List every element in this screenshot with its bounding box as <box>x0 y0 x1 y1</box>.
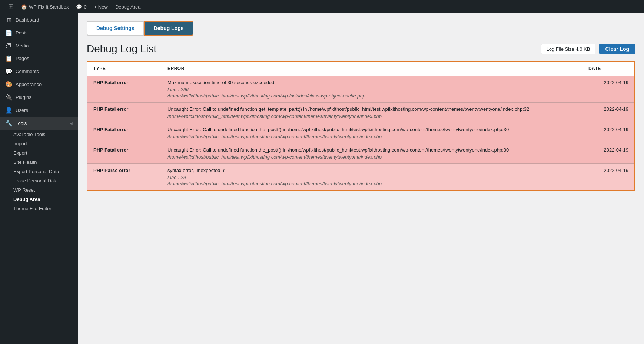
new-content-button[interactable]: + New <box>90 0 112 13</box>
sidebar-sub-wp-reset[interactable]: WP Reset <box>0 185 78 195</box>
sidebar: ⊞ Dashboard 📄 Posts 🖼 Media 📋 Pages 💬 Co… <box>0 13 78 344</box>
table-row: PHP Fatal errorUncaught Error: Call to u… <box>87 123 634 143</box>
sidebar-item-pages[interactable]: 📋 Pages <box>0 52 78 65</box>
tab-debug-settings[interactable]: Debug Settings <box>87 21 144 36</box>
table-row: PHP Fatal errorMaximum execution time of… <box>87 76 634 103</box>
sidebar-sub-export-personal[interactable]: Export Personal Data <box>0 167 78 176</box>
dashboard-icon: ⊞ <box>5 16 13 23</box>
debug-area-adminbar-label: Debug Area <box>115 4 141 10</box>
media-icon: 🖼 <box>5 42 13 49</box>
tabs-row: Debug Settings Debug Logs <box>87 21 635 36</box>
error-main-1: Uncaught Error: Call to undefined functi… <box>167 106 577 112</box>
tools-icon: 🔧 <box>5 120 13 127</box>
cell-type-1: PHP Fatal error <box>87 103 162 123</box>
table-row: PHP Fatal errorUncaught Error: Call to u… <box>87 143 634 164</box>
log-table-wrapper: TYPE ERROR DATE PHP Fatal errorMaximum e… <box>87 61 635 191</box>
admin-bar: ⊞ 🏠 WP Fix It Sandbox 💬 0 + New Debug Ar… <box>0 0 644 13</box>
sidebar-item-plugins[interactable]: 🔌 Plugins <box>0 91 78 104</box>
sidebar-label-plugins: Plugins <box>16 95 31 100</box>
site-name-button[interactable]: 🏠 WP Fix It Sandbox <box>17 0 72 13</box>
error-main-3: Uncaught Error: Call to undefined functi… <box>167 147 577 153</box>
comments-icon: 💬 <box>76 4 82 10</box>
col-header-type: TYPE <box>87 62 162 76</box>
comments-button[interactable]: 💬 0 <box>72 0 90 13</box>
col-header-error: ERROR <box>162 62 582 76</box>
error-main-0: Maximum execution time of 30 seconds exc… <box>167 80 577 85</box>
sidebar-label-tools: Tools <box>16 120 27 126</box>
sidebar-item-media[interactable]: 🖼 Media <box>0 39 78 52</box>
cell-type-4: PHP Parse error <box>87 164 162 191</box>
error-path-3: /home/wpfixithost/public_html/test.wpfix… <box>167 154 577 160</box>
page-title: Debug Log List <box>87 43 156 55</box>
table-row: PHP Parse errorsyntax error, unexpected … <box>87 164 634 191</box>
table-row: PHP Fatal errorUncaught Error: Call to u… <box>87 103 634 123</box>
wp-logo-button[interactable]: ⊞ <box>4 0 17 13</box>
sidebar-label-pages: Pages <box>16 56 29 61</box>
sidebar-sub-available-tools[interactable]: Available Tools <box>0 130 78 139</box>
cell-date-2: 2022-04-19 <box>582 123 634 143</box>
main-content: Debug Settings Debug Logs Debug Log List… <box>78 13 644 344</box>
sidebar-item-dashboard[interactable]: ⊞ Dashboard <box>0 13 78 26</box>
sidebar-label-users: Users <box>16 108 28 113</box>
col-header-date: DATE <box>582 62 634 76</box>
new-label: + New <box>94 4 108 10</box>
home-icon: 🏠 <box>21 4 27 10</box>
comments-count: 0 <box>84 4 86 10</box>
sidebar-item-appearance[interactable]: 🎨 Appearance <box>0 78 78 91</box>
cell-error-4: syntax error, unexpected ')'Line : 29/ho… <box>162 164 582 191</box>
sidebar-item-users[interactable]: 👤 Users <box>0 104 78 117</box>
cell-type-3: PHP Fatal error <box>87 143 162 164</box>
error-main-4: syntax error, unexpected ')' <box>167 168 577 173</box>
error-line-0: Line : 296 <box>167 87 577 92</box>
users-icon: 👤 <box>5 107 13 114</box>
sidebar-sub-site-health[interactable]: Site Health <box>0 158 78 167</box>
cell-error-2: Uncaught Error: Call to undefined functi… <box>162 123 582 143</box>
tools-collapse-arrow: ◀ <box>70 121 73 125</box>
error-path-1: /home/wpfixithost/public_html/test.wpfix… <box>167 113 577 119</box>
sidebar-sub-debug-area[interactable]: Debug Area <box>0 195 78 204</box>
wp-logo-icon: ⊞ <box>8 3 14 11</box>
log-table: TYPE ERROR DATE PHP Fatal errorMaximum e… <box>87 62 634 190</box>
error-line-4: Line : 29 <box>167 175 577 180</box>
sidebar-sub-export[interactable]: Export <box>0 148 78 158</box>
sidebar-label-comments: Comments <box>16 69 39 74</box>
cell-error-3: Uncaught Error: Call to undefined functi… <box>162 143 582 164</box>
sidebar-label-dashboard: Dashboard <box>16 17 39 23</box>
clear-log-button[interactable]: Clear Log <box>599 44 635 54</box>
cell-date-3: 2022-04-19 <box>582 143 634 164</box>
sidebar-label-appearance: Appearance <box>16 82 42 87</box>
cell-date-1: 2022-04-19 <box>582 103 634 123</box>
cell-error-1: Uncaught Error: Call to undefined functi… <box>162 103 582 123</box>
sidebar-sub-import[interactable]: Import <box>0 139 78 148</box>
sidebar-sub-theme-file-editor[interactable]: Theme File Editor <box>0 204 78 213</box>
appearance-icon: 🎨 <box>5 81 13 88</box>
posts-icon: 📄 <box>5 29 13 36</box>
error-main-2: Uncaught Error: Call to undefined functi… <box>167 127 577 132</box>
sidebar-item-comments[interactable]: 💬 Comments <box>0 65 78 78</box>
pages-icon: 📋 <box>5 55 13 62</box>
cell-error-0: Maximum execution time of 30 seconds exc… <box>162 76 582 103</box>
page-header: Debug Log List Log File Size 4.0 KB Clea… <box>87 43 635 55</box>
cell-type-2: PHP Fatal error <box>87 123 162 143</box>
header-actions: Log File Size 4.0 KB Clear Log <box>541 44 635 54</box>
sidebar-label-media: Media <box>16 43 29 49</box>
error-path-2: /home/wpfixithost/public_html/test.wpfix… <box>167 134 577 139</box>
table-header-row: TYPE ERROR DATE <box>87 62 634 76</box>
log-size-label: Log File Size 4.0 KB <box>541 44 596 54</box>
error-path-0: /home/wpfixithost/public_html/test.wpfix… <box>167 93 577 99</box>
sidebar-sub-erase-personal[interactable]: Erase Personal Data <box>0 176 78 185</box>
cell-date-4: 2022-04-19 <box>582 164 634 191</box>
cell-date-0: 2022-04-19 <box>582 76 634 103</box>
comments-sidebar-icon: 💬 <box>5 68 13 75</box>
sidebar-label-posts: Posts <box>16 30 28 36</box>
site-name-label: WP Fix It Sandbox <box>29 4 69 10</box>
error-path-4: /home/wpfixithost/public_html/test.wpfix… <box>167 181 577 186</box>
tab-debug-logs[interactable]: Debug Logs <box>144 21 193 36</box>
plugins-icon: 🔌 <box>5 94 13 101</box>
cell-type-0: PHP Fatal error <box>87 76 162 103</box>
sidebar-item-posts[interactable]: 📄 Posts <box>0 26 78 39</box>
sidebar-item-tools[interactable]: 🔧 Tools ◀ <box>0 117 78 130</box>
debug-area-adminbar-button[interactable]: Debug Area <box>112 0 145 13</box>
